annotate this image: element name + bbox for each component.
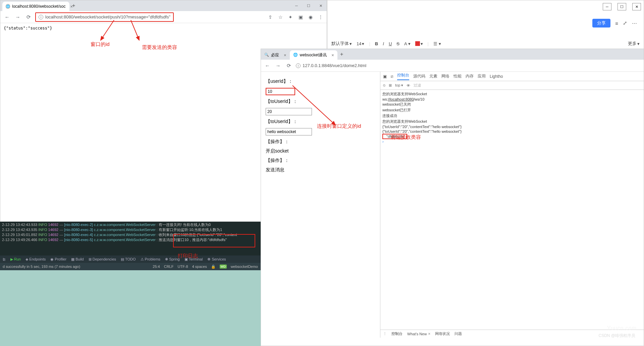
console-line: {"toUserId":"20","contentText":"hello we… bbox=[382, 124, 642, 129]
drawer-console[interactable]: 控制台 bbox=[391, 331, 402, 336]
label-userid: 【userId】： bbox=[266, 78, 375, 84]
search-icon: 🔍 bbox=[264, 53, 269, 57]
italic-button[interactable]: I bbox=[383, 41, 384, 46]
reload-icon[interactable]: ⟳ bbox=[24, 14, 33, 20]
font-select[interactable]: 默认字体 ▾ bbox=[331, 41, 352, 47]
inspect-icon[interactable]: ▣ bbox=[383, 74, 387, 79]
devtools-tab-elements[interactable]: 元素 bbox=[429, 73, 437, 79]
filter-input[interactable]: 过滤 bbox=[414, 83, 421, 88]
endpoints-button[interactable]: ◈ Endpoints bbox=[25, 257, 46, 262]
new-tab-button[interactable]: + bbox=[72, 3, 75, 9]
list-button[interactable]: ☰ ▾ bbox=[433, 41, 441, 46]
eye-icon[interactable]: 👁 bbox=[407, 83, 410, 88]
devtools-tab-lighthouse[interactable]: Lightho bbox=[490, 74, 503, 79]
minimize-button[interactable]: ─ bbox=[290, 1, 303, 10]
watermark-brand: Yuucn.com bbox=[607, 325, 637, 331]
browser-tab-websocket[interactable]: 🌐 websocket通讯 × bbox=[290, 50, 337, 60]
url-bar[interactable]: i 127.0.0.1:8848/vue1/dome2.html bbox=[296, 63, 366, 68]
star-icon[interactable]: ☆ bbox=[277, 14, 284, 20]
send-msg-link[interactable]: 发送消息 bbox=[266, 167, 375, 173]
share-button[interactable]: 分享 bbox=[592, 19, 610, 27]
back-icon[interactable]: ← bbox=[264, 63, 271, 68]
titlebar: 🌐 localhost:8080/websocket/soc × + ─ ☐ ✕ bbox=[0, 0, 327, 11]
indent: 4 spaces bbox=[192, 265, 207, 269]
extensions-icon[interactable]: ✦ bbox=[287, 14, 294, 20]
minimize-button[interactable]: ─ bbox=[603, 3, 611, 10]
new-tab-button[interactable]: + bbox=[340, 51, 343, 57]
page-content: 【userId】： 【toUserId】： 【toUserId】： 【操作】： … bbox=[261, 72, 380, 338]
devtools-tab-app[interactable]: 应用 bbox=[478, 73, 486, 79]
status-message: d successfully in 5 sec, 193 ms (7 minut… bbox=[3, 265, 80, 269]
todo-button[interactable]: ▤ TODO bbox=[121, 257, 136, 262]
ide-statusbar: d successfully in 5 sec, 193 ms (7 minut… bbox=[0, 263, 261, 270]
more-button[interactable]: 更多 ▾ bbox=[628, 41, 640, 47]
url-text: localhost:8080/websocket/socket/push/10?… bbox=[45, 14, 170, 19]
line-ending: CRLF bbox=[164, 265, 174, 269]
forward-icon[interactable]: → bbox=[14, 14, 22, 20]
highlight-button[interactable]: ▾ bbox=[415, 41, 423, 46]
drawer-issues[interactable]: 问题 bbox=[454, 331, 462, 336]
devtools-tab-memory[interactable]: 内存 bbox=[466, 73, 474, 79]
chrome-window-2: 🔍 必应 × 🌐 websocket通讯 × + ← → ⟳ i 127.0.0… bbox=[261, 49, 644, 346]
devtools-tab-perf[interactable]: 性能 bbox=[453, 73, 462, 79]
maximize-button[interactable]: ☐ bbox=[618, 3, 626, 10]
maximize-button[interactable]: ☐ bbox=[303, 1, 315, 10]
url-bar[interactable]: i localhost:8080/websocket/socket/push/1… bbox=[35, 12, 174, 22]
menu-icon[interactable]: ⋮ bbox=[317, 14, 324, 20]
font-color-button[interactable]: A ▾ bbox=[404, 41, 411, 46]
open-socket-link[interactable]: 开启socket bbox=[266, 148, 375, 154]
more-icon[interactable]: ⋯ bbox=[632, 20, 637, 26]
info-icon[interactable]: i bbox=[296, 63, 301, 68]
log-line: 2-12-29 13:42:43.933 INFO 14692 --- [nio… bbox=[2, 222, 259, 227]
url-text: 127.0.0.1:8848/vue1/dome2.html bbox=[303, 63, 366, 68]
close-button[interactable]: ✕ bbox=[632, 3, 641, 10]
console-line: 连接成功 bbox=[382, 113, 642, 119]
share-icon[interactable]: ⇪ bbox=[267, 14, 274, 20]
underline-button[interactable]: U bbox=[389, 41, 392, 46]
close-icon[interactable]: × bbox=[284, 53, 286, 58]
toolbar-terminal-icon[interactable]: ⊵ bbox=[3, 257, 6, 262]
back-icon[interactable]: ← bbox=[3, 14, 11, 20]
run-button[interactable]: ▶ Run bbox=[10, 257, 21, 262]
close-icon[interactable]: × bbox=[331, 53, 334, 58]
device-icon[interactable]: ⎚ bbox=[391, 74, 393, 79]
doc-editor-window: ─ ☐ ✕ 分享 ≡ ⤢ ⋯ 默认字体 ▾ 14 ▾ | B I U S A ▾… bbox=[327, 0, 644, 49]
reload-icon[interactable]: ⟳ bbox=[285, 63, 292, 69]
profile-icon[interactable]: ◉ bbox=[307, 14, 314, 20]
panel-icon[interactable]: ▣ bbox=[297, 14, 304, 20]
list-icon[interactable]: ≡ bbox=[615, 20, 618, 26]
browser-tab[interactable]: 🌐 localhost:8080/websocket/soc × bbox=[2, 2, 69, 11]
format-toolbar: 默认字体 ▾ 14 ▾ | B I U S A ▾ ▾ | ☰ ▾ 更多 ▾ bbox=[331, 41, 640, 47]
devtools-tab-sources[interactable]: 源代码 bbox=[413, 73, 425, 79]
wd-badge: WD bbox=[220, 265, 227, 269]
devtools-tab-console[interactable]: 控制台 bbox=[397, 72, 409, 80]
console-sidebar-icon[interactable]: ⊞ bbox=[389, 83, 392, 88]
cursor-pos: 25:4 bbox=[153, 265, 160, 269]
console-line: 您的浏览器支持WebSocket bbox=[382, 119, 642, 124]
touserid-input[interactable] bbox=[266, 108, 312, 115]
profiler-button[interactable]: ◉ Profiler bbox=[50, 257, 66, 262]
info-icon[interactable]: i bbox=[39, 15, 43, 19]
bold-button[interactable]: B bbox=[375, 41, 378, 46]
console-line: websocket已关闭 bbox=[382, 102, 642, 107]
drawer-menu-icon[interactable]: ⋮ bbox=[383, 332, 387, 336]
console-clear-icon[interactable]: ⦸ bbox=[383, 83, 385, 88]
size-select[interactable]: 14 ▾ bbox=[357, 41, 364, 46]
close-button[interactable]: ✕ bbox=[315, 1, 327, 10]
console-line: ws:ws://localhost:8080/ws/10//localhost:… bbox=[382, 97, 642, 102]
console-line: websocket已打开 bbox=[382, 107, 642, 113]
devtools-tab-network[interactable]: 网络 bbox=[441, 73, 449, 79]
problems-button[interactable]: ⚠ Problems bbox=[141, 257, 161, 262]
userid-input[interactable] bbox=[266, 88, 295, 95]
context-select[interactable]: top ▾ bbox=[395, 83, 403, 88]
content-input[interactable] bbox=[266, 128, 312, 135]
build-button[interactable]: ▦ Build bbox=[71, 257, 84, 262]
strike-button[interactable]: S bbox=[396, 41, 399, 46]
browser-tab-bing[interactable]: 🔍 必应 × bbox=[261, 50, 290, 60]
forward-icon[interactable]: → bbox=[274, 63, 282, 68]
expand-icon[interactable]: ⤢ bbox=[623, 20, 627, 26]
drawer-whatsnew[interactable]: What's New × bbox=[407, 332, 430, 336]
dependencies-button[interactable]: ⊞ Dependencies bbox=[89, 257, 116, 262]
drawer-network[interactable]: 网络状况 bbox=[435, 331, 450, 336]
services-button[interactable]: ☸ Services bbox=[207, 257, 226, 262]
